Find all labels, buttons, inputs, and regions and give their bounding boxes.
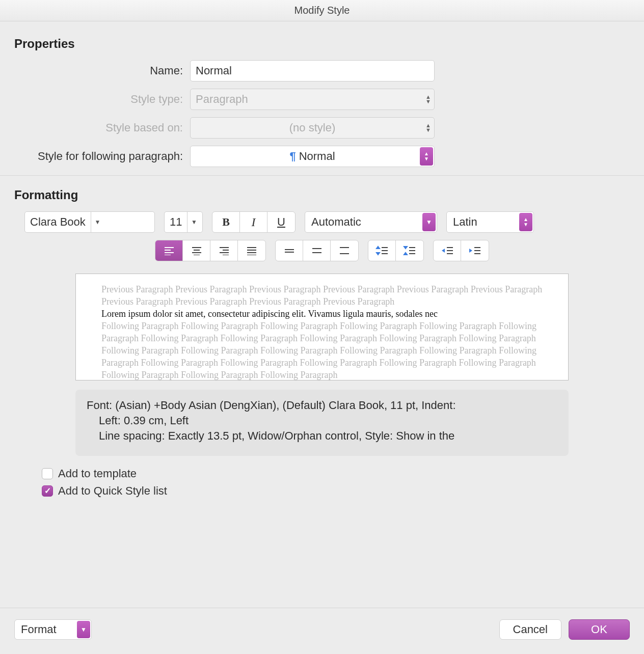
font-size-value: 11 bbox=[165, 212, 187, 232]
align-center-button[interactable] bbox=[183, 240, 210, 261]
indent-group bbox=[433, 240, 489, 261]
increase-indent-icon bbox=[468, 246, 481, 255]
decrease-indent-icon bbox=[441, 246, 454, 255]
spacing-1-button[interactable] bbox=[276, 240, 303, 261]
ok-button[interactable]: OK bbox=[569, 619, 630, 640]
preview-pane: Previous Paragraph Previous Paragraph Pr… bbox=[75, 274, 569, 380]
align-left-icon bbox=[164, 246, 175, 255]
format-menu-label: Format bbox=[21, 623, 57, 636]
properties-heading: Properties bbox=[14, 37, 630, 51]
name-input[interactable] bbox=[190, 60, 435, 81]
spacing-2-button[interactable] bbox=[331, 240, 358, 261]
stepper-icon: ▲▼ bbox=[420, 147, 433, 166]
decrease-para-spacing-icon bbox=[403, 246, 416, 256]
script-select[interactable]: Latin ▲▼ bbox=[446, 211, 534, 233]
formatting-heading: Formatting bbox=[14, 188, 630, 202]
name-label: Name: bbox=[14, 64, 190, 77]
align-justify-button[interactable] bbox=[238, 240, 265, 261]
align-right-button[interactable] bbox=[210, 240, 238, 261]
svg-marker-23 bbox=[377, 253, 380, 255]
desc-line-2: Left: 0.39 cm, Left bbox=[87, 413, 557, 428]
style-type-value: Paragraph bbox=[196, 93, 248, 106]
line-spacing-1-icon bbox=[283, 247, 296, 255]
preview-sample-text: Lorem ipsum dolor sit amet, consectetur … bbox=[101, 308, 543, 320]
align-left-button[interactable] bbox=[155, 240, 183, 261]
underline-button[interactable]: U bbox=[267, 212, 295, 232]
align-justify-icon bbox=[246, 246, 257, 255]
add-to-template-label: Add to template bbox=[58, 467, 137, 480]
script-value: Latin bbox=[453, 215, 477, 229]
italic-button[interactable]: I bbox=[240, 212, 267, 232]
increase-para-spacing-icon bbox=[375, 246, 389, 256]
divider bbox=[0, 175, 644, 176]
stepper-icon: ▲▼ bbox=[425, 123, 431, 132]
preview-following-text: Following Paragraph Following Paragraph … bbox=[101, 320, 543, 380]
increase-indent-button[interactable] bbox=[461, 240, 489, 261]
following-label: Style for following paragraph: bbox=[14, 150, 190, 163]
font-color-select[interactable]: Automatic ▼ bbox=[305, 211, 437, 233]
add-to-quick-style-label: Add to Quick Style list bbox=[58, 484, 167, 498]
svg-marker-27 bbox=[404, 247, 407, 249]
increase-para-spacing-button[interactable] bbox=[368, 240, 396, 261]
spacing-15-button[interactable] bbox=[303, 240, 331, 261]
svg-marker-28 bbox=[404, 253, 407, 255]
svg-marker-32 bbox=[442, 249, 445, 253]
style-type-select: Paragraph ▲▼ bbox=[190, 89, 435, 110]
spacing-group bbox=[275, 240, 359, 261]
align-center-icon bbox=[191, 246, 202, 255]
following-select[interactable]: ¶Normal ▲▼ bbox=[190, 146, 435, 167]
preview-previous-text: Previous Paragraph Previous Paragraph Pr… bbox=[101, 283, 543, 308]
based-on-value: (no style) bbox=[289, 121, 335, 134]
bold-button[interactable]: B bbox=[212, 212, 240, 232]
para-spacing-group bbox=[368, 240, 424, 261]
font-color-value: Automatic bbox=[311, 215, 361, 229]
based-on-label: Style based on: bbox=[14, 121, 190, 134]
add-to-template-checkbox[interactable] bbox=[42, 468, 53, 479]
dropdown-icon: ▼ bbox=[91, 212, 104, 232]
svg-marker-36 bbox=[469, 249, 472, 253]
svg-marker-22 bbox=[377, 247, 380, 249]
dialog-footer: Format ▼ Cancel OK bbox=[0, 608, 644, 654]
cancel-button[interactable]: Cancel bbox=[499, 619, 561, 640]
dropdown-icon: ▼ bbox=[77, 621, 90, 638]
stepper-icon: ▲▼ bbox=[425, 95, 431, 104]
format-menu-button[interactable]: Format ▼ bbox=[14, 619, 92, 640]
desc-line-1: Font: (Asian) +Body Asian (DengXian), (D… bbox=[87, 398, 557, 413]
based-on-select: (no style) ▲▼ bbox=[190, 117, 435, 139]
line-spacing-2-icon bbox=[338, 247, 351, 255]
font-size-combo[interactable]: 11 ▼ bbox=[164, 211, 203, 233]
dropdown-icon: ▼ bbox=[422, 213, 436, 231]
text-style-group: B I U bbox=[212, 211, 296, 233]
decrease-para-spacing-button[interactable] bbox=[396, 240, 423, 261]
add-to-quick-style-checkbox[interactable] bbox=[42, 485, 53, 497]
font-combo[interactable]: Clara Book ▼ bbox=[24, 211, 155, 233]
desc-line-3: Line spacing: Exactly 13.5 pt, Widow/Orp… bbox=[87, 428, 557, 444]
font-value: Clara Book bbox=[25, 212, 91, 232]
style-description: Font: (Asian) +Body Asian (DengXian), (D… bbox=[75, 390, 569, 456]
align-group bbox=[155, 240, 266, 261]
dropdown-icon: ▼ bbox=[187, 212, 200, 232]
window-title: Modify Style bbox=[0, 0, 644, 21]
align-right-icon bbox=[219, 246, 230, 255]
following-value: Normal bbox=[299, 150, 335, 162]
pilcrow-icon: ¶ bbox=[289, 150, 296, 162]
style-type-label: Style type: bbox=[14, 93, 190, 106]
stepper-icon: ▲▼ bbox=[519, 213, 532, 231]
line-spacing-15-icon bbox=[311, 247, 323, 255]
decrease-indent-button[interactable] bbox=[434, 240, 461, 261]
